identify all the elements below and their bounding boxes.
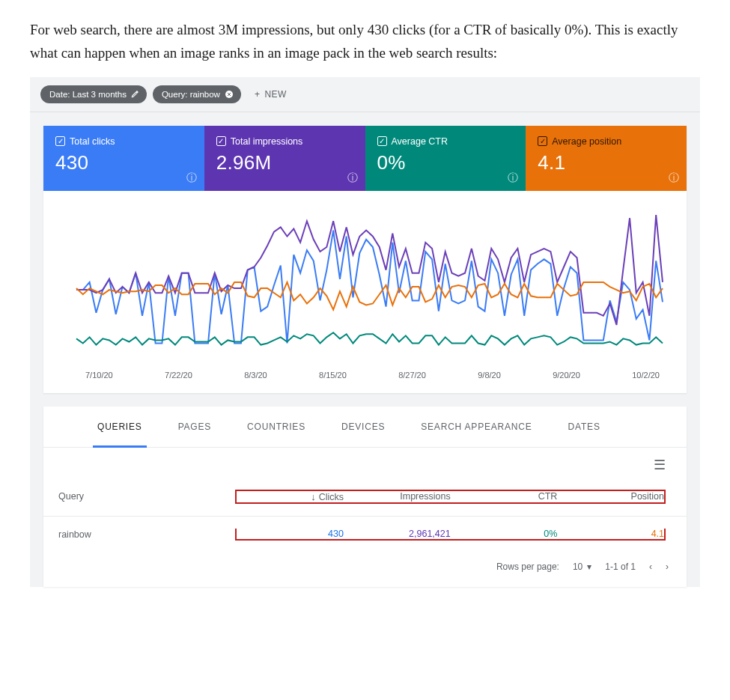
pencil-icon (131, 90, 139, 98)
chip-label: Query: rainbow (162, 90, 220, 99)
cell-clicks: 430 (237, 529, 344, 539)
x-axis-labels: 7/10/207/22/208/3/208/15/208/27/209/8/20… (43, 371, 687, 393)
metric-value: 0% (377, 151, 514, 174)
metric-clicks[interactable]: ✓Total clicks 430 ⓘ (43, 126, 204, 191)
col-header-clicks[interactable]: ↓Clicks (237, 491, 344, 502)
help-icon[interactable]: ⓘ (669, 171, 679, 185)
cell-ctr: 0% (451, 529, 558, 539)
timeseries-chart (43, 191, 687, 371)
col-header-impressions[interactable]: Impressions (344, 491, 451, 502)
col-header-ctr[interactable]: CTR (451, 491, 558, 502)
new-label: NEW (264, 89, 287, 100)
arrow-down-icon: ↓ (311, 491, 316, 502)
x-tick: 10/2/20 (632, 371, 660, 380)
cell-impressions: 2,961,421 (344, 529, 451, 539)
search-console-panel: Date: Last 3 months Query: rainbow + NEW… (30, 77, 700, 587)
table-filter-row: ☰ (43, 448, 687, 478)
series-line (76, 332, 663, 344)
new-filter-button[interactable]: + NEW (247, 85, 294, 104)
checkbox-icon: ✓ (377, 136, 387, 146)
col-header-position[interactable]: Position (557, 491, 664, 502)
x-tick: 8/3/20 (244, 371, 267, 380)
x-tick: 9/20/20 (553, 371, 580, 380)
metrics-card: ✓Total clicks 430 ⓘ ✓Total impressions 2… (43, 126, 687, 393)
dimensions-card: QUERIESPAGESCOUNTRIESDEVICESSEARCH APPEA… (43, 407, 687, 587)
x-tick: 7/10/20 (85, 371, 113, 380)
filter-chip-date[interactable]: Date: Last 3 months (40, 85, 147, 103)
metric-position[interactable]: ✓Average position 4.1 ⓘ (526, 126, 687, 191)
rows-per-page-label: Rows per page: (496, 561, 559, 572)
tab-devices[interactable]: DEVICES (323, 407, 403, 447)
prev-page-button[interactable]: ‹ (649, 561, 652, 572)
metric-label: Average CTR (392, 136, 448, 147)
page-range: 1-1 of 1 (605, 561, 636, 572)
chevron-down-icon: ▾ (587, 561, 591, 572)
checkbox-icon: ✓ (216, 136, 226, 146)
table-header-row: Query ↓Clicks Impressions CTR Position (43, 478, 687, 517)
close-icon[interactable] (225, 90, 234, 99)
tab-queries[interactable]: QUERIES (79, 407, 160, 447)
tabs: QUERIESPAGESCOUNTRIESDEVICESSEARCH APPEA… (43, 407, 687, 448)
metric-impressions[interactable]: ✓Total impressions 2.96M ⓘ (204, 126, 365, 191)
x-tick: 8/15/20 (319, 371, 347, 380)
checkbox-icon: ✓ (55, 136, 65, 146)
filter-chip-query[interactable]: Query: rainbow (153, 85, 241, 103)
help-icon[interactable]: ⓘ (186, 171, 197, 185)
rows-per-page-select[interactable]: 10 ▾ (573, 561, 591, 572)
help-icon[interactable]: ⓘ (508, 171, 518, 185)
tab-countries[interactable]: COUNTRIES (229, 407, 323, 447)
next-page-button[interactable]: › (666, 561, 669, 572)
checkbox-icon: ✓ (538, 136, 547, 146)
metric-value: 2.96M (216, 151, 353, 174)
tab-search-appearance[interactable]: SEARCH APPEARANCE (403, 407, 550, 447)
chip-label: Date: Last 3 months (49, 90, 127, 99)
metrics-row: ✓Total clicks 430 ⓘ ✓Total impressions 2… (43, 126, 687, 191)
col-header-query[interactable]: Query (58, 491, 229, 502)
x-tick: 9/8/20 (478, 371, 501, 380)
help-icon[interactable]: ⓘ (347, 171, 358, 185)
cell-position: 4.1 (557, 529, 664, 539)
table-row[interactable]: rainbow 430 2,961,421 0% 4.1 (43, 517, 687, 553)
cell-query: rainbow (58, 529, 229, 540)
metric-ctr[interactable]: ✓Average CTR 0% ⓘ (365, 126, 526, 191)
metric-value: 430 (55, 151, 192, 174)
plus-icon: + (255, 89, 261, 100)
pagination: Rows per page: 10 ▾ 1-1 of 1 ‹ › (43, 553, 687, 584)
metric-label: Total clicks (70, 136, 115, 147)
metric-label: Total impressions (231, 136, 303, 147)
metric-label: Average position (552, 136, 621, 147)
filter-bar: Date: Last 3 months Query: rainbow + NEW (30, 77, 700, 112)
tab-dates[interactable]: DATES (550, 407, 618, 447)
intro-paragraph: For web search, there are almost 3M impr… (0, 0, 730, 77)
filter-list-icon[interactable]: ☰ (654, 457, 666, 472)
tab-pages[interactable]: PAGES (160, 407, 229, 447)
x-tick: 8/27/20 (398, 371, 426, 380)
metric-value: 4.1 (538, 151, 675, 174)
x-tick: 7/22/20 (165, 371, 192, 380)
